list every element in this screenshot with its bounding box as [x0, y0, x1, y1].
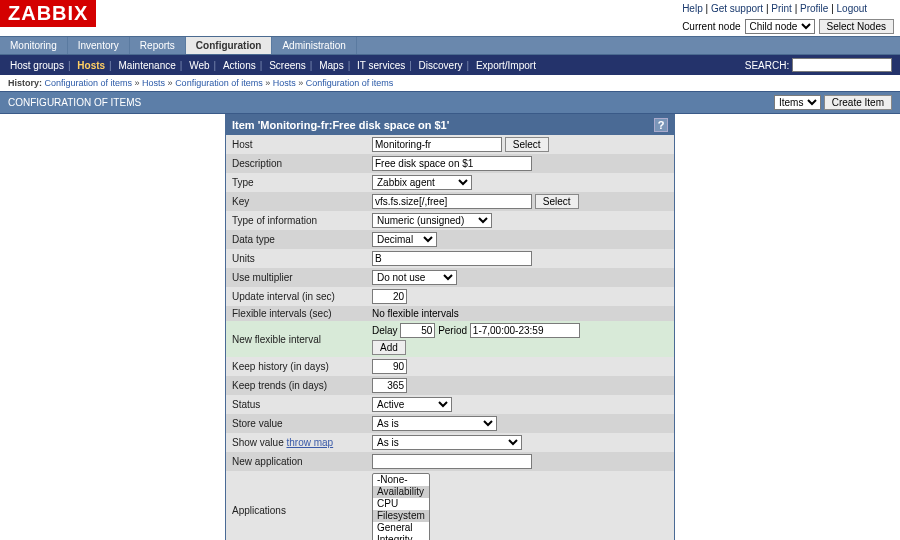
tab-administration[interactable]: Administration: [272, 37, 356, 54]
hist-label: Keep history (in days): [226, 357, 366, 376]
history-item[interactable]: Configuration of items: [306, 78, 394, 88]
current-node-label: Current node: [682, 21, 740, 32]
toi-select[interactable]: Numeric (unsigned): [372, 213, 492, 228]
apps-select[interactable]: -None-AvailabilityCPUFilesystemGeneralIn…: [372, 473, 430, 540]
dtype-select[interactable]: Decimal: [372, 232, 437, 247]
tab-configuration[interactable]: Configuration: [186, 37, 273, 54]
tab-inventory[interactable]: Inventory: [68, 37, 130, 54]
print-link[interactable]: Print: [771, 3, 792, 14]
sub-actions[interactable]: Actions: [221, 60, 258, 71]
item-form-panel: Item 'Monitoring-fr:Free disk space on $…: [225, 114, 675, 540]
tab-reports[interactable]: Reports: [130, 37, 186, 54]
type-label: Type: [226, 173, 366, 192]
sub-hostgroups[interactable]: Host groups: [8, 60, 66, 71]
flex-value: No flexible intervals: [366, 306, 674, 321]
host-select-button[interactable]: Select: [505, 137, 549, 152]
sub-maintenance[interactable]: Maintenance: [117, 60, 178, 71]
mult-select[interactable]: Do not use: [372, 270, 457, 285]
history-bar: History: Configuration of items » Hosts …: [0, 75, 900, 91]
show-select[interactable]: As is: [372, 435, 522, 450]
upd-input[interactable]: [372, 289, 407, 304]
help-link[interactable]: Help: [682, 3, 703, 14]
host-label: Host: [226, 135, 366, 154]
search-label: SEARCH:: [745, 60, 789, 71]
newapp-input[interactable]: [372, 454, 532, 469]
profile-link[interactable]: Profile: [800, 3, 828, 14]
history-item[interactable]: Configuration of items: [175, 78, 263, 88]
trend-label: Keep trends (in days): [226, 376, 366, 395]
newapp-label: New application: [226, 452, 366, 471]
create-item-button[interactable]: Create Item: [824, 95, 892, 110]
host-input[interactable]: [372, 137, 502, 152]
help-icon[interactable]: ?: [654, 118, 668, 132]
period-input[interactable]: [470, 323, 580, 338]
submenu: Host groups| Hosts| Maintenance| Web| Ac…: [8, 60, 538, 71]
delay-input[interactable]: [400, 323, 435, 338]
sub-discovery[interactable]: Discovery: [417, 60, 465, 71]
units-label: Units: [226, 249, 366, 268]
search-input[interactable]: [792, 58, 892, 72]
main-menu: Monitoring Inventory Reports Configurati…: [0, 36, 900, 55]
status-select[interactable]: Active: [372, 397, 452, 412]
status-label: Status: [226, 395, 366, 414]
tab-monitoring[interactable]: Monitoring: [0, 37, 68, 54]
period-label: Period: [438, 325, 467, 336]
top-links: Help | Get support | Print | Profile | L…: [676, 0, 900, 17]
delay-label: Delay: [372, 325, 398, 336]
support-link[interactable]: Get support: [711, 3, 763, 14]
section-title: CONFIGURATION OF ITEMS: [8, 97, 141, 108]
trend-input[interactable]: [372, 378, 407, 393]
sub-itservices[interactable]: IT services: [355, 60, 407, 71]
dtype-label: Data type: [226, 230, 366, 249]
add-interval-button[interactable]: Add: [372, 340, 406, 355]
apps-label: Applications: [226, 471, 366, 540]
store-select[interactable]: As is: [372, 416, 497, 431]
desc-label: Description: [226, 154, 366, 173]
panel-title: Item 'Monitoring-fr:Free disk space on $…: [232, 119, 449, 131]
sub-exportimport[interactable]: Export/Import: [474, 60, 538, 71]
sub-web[interactable]: Web: [187, 60, 211, 71]
show-label: Show value: [232, 437, 284, 448]
node-select[interactable]: Child node: [745, 19, 815, 34]
mult-label: Use multiplier: [226, 268, 366, 287]
hist-input[interactable]: [372, 359, 407, 374]
newflex-label: New flexible interval: [226, 321, 366, 357]
sub-hosts[interactable]: Hosts: [75, 60, 107, 71]
type-select[interactable]: Zabbix agent: [372, 175, 472, 190]
key-input[interactable]: [372, 194, 532, 209]
history-item[interactable]: Hosts: [273, 78, 296, 88]
store-label: Store value: [226, 414, 366, 433]
select-nodes-button[interactable]: Select Nodes: [819, 19, 894, 34]
upd-label: Update interval (in sec): [226, 287, 366, 306]
key-select-button[interactable]: Select: [535, 194, 579, 209]
units-input[interactable]: [372, 251, 532, 266]
desc-input[interactable]: [372, 156, 532, 171]
history-item[interactable]: Hosts: [142, 78, 165, 88]
flex-label: Flexible intervals (sec): [226, 306, 366, 321]
sub-maps[interactable]: Maps: [317, 60, 345, 71]
logo: ZABBIX: [0, 0, 96, 27]
logout-link[interactable]: Logout: [837, 3, 868, 14]
toi-label: Type of information: [226, 211, 366, 230]
key-label: Key: [226, 192, 366, 211]
value-map-link[interactable]: throw map: [286, 437, 333, 448]
sub-screens[interactable]: Screens: [267, 60, 308, 71]
history-item[interactable]: Configuration of items: [45, 78, 133, 88]
section-select[interactable]: Items: [774, 95, 821, 110]
